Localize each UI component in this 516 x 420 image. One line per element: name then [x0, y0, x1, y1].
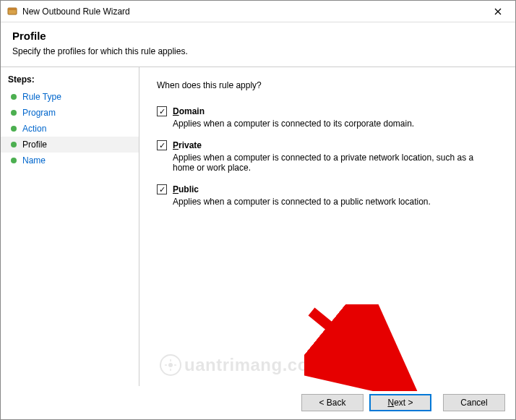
wizard-footer: < Back Next > Cancel	[1, 386, 515, 419]
window-title: New Outbound Rule Wizard	[22, 7, 483, 17]
page-title: Profile	[12, 30, 504, 42]
step-bullet-icon	[11, 142, 17, 147]
step-bullet-icon	[11, 126, 17, 132]
option-label-private: Private	[173, 140, 202, 150]
step-action[interactable]: Action	[1, 121, 139, 137]
checkbox-private[interactable]: ✓	[157, 140, 167, 150]
svg-rect-1	[8, 8, 17, 10]
checkbox-domain[interactable]: ✓	[157, 106, 167, 116]
wizard-body: Steps: Rule Type Program Action Profile …	[1, 67, 515, 392]
option-desc-public: Applies when a computer is connected to …	[173, 197, 476, 207]
wizard-header: Profile Specify the profiles for which t…	[1, 22, 515, 67]
app-icon	[7, 6, 18, 17]
steps-heading: Steps:	[1, 73, 139, 89]
step-label: Action	[22, 124, 46, 134]
step-program[interactable]: Program	[1, 105, 139, 121]
back-button[interactable]: < Back	[301, 394, 364, 411]
close-icon	[494, 8, 502, 15]
close-button[interactable]	[483, 1, 512, 22]
page-subtitle: Specify the profiles for which this rule…	[12, 46, 504, 56]
option-label-public: Public	[173, 184, 199, 194]
step-label: Name	[22, 155, 46, 166]
next-button[interactable]: Next >	[369, 394, 431, 411]
step-profile[interactable]: Profile	[1, 137, 139, 153]
profile-option-private: ✓ Private Applies when a computer is con…	[157, 140, 498, 173]
step-label: Program	[22, 108, 56, 118]
step-rule-type[interactable]: Rule Type	[1, 89, 139, 105]
option-desc-domain: Applies when a computer is connected to …	[173, 119, 476, 129]
titlebar: New Outbound Rule Wizard	[1, 1, 515, 22]
cancel-button[interactable]: Cancel	[443, 394, 505, 411]
option-desc-private: Applies when a computer is connected to …	[173, 153, 476, 173]
checkbox-public[interactable]: ✓	[157, 184, 167, 194]
profile-option-domain: ✓ Domain Applies when a computer is conn…	[157, 106, 498, 129]
step-label: Rule Type	[22, 92, 61, 102]
step-label: Profile	[22, 140, 47, 150]
step-bullet-icon	[11, 110, 17, 116]
step-bullet-icon	[11, 158, 17, 163]
step-name[interactable]: Name	[1, 153, 139, 168]
wizard-main: When does this rule apply? ✓ Domain Appl…	[139, 67, 515, 392]
profile-option-public: ✓ Public Applies when a computer is conn…	[157, 184, 498, 207]
option-label-domain: Domain	[173, 106, 205, 116]
profile-question: When does this rule apply?	[157, 80, 498, 90]
steps-sidebar: Steps: Rule Type Program Action Profile …	[1, 67, 139, 392]
step-bullet-icon	[11, 94, 17, 100]
